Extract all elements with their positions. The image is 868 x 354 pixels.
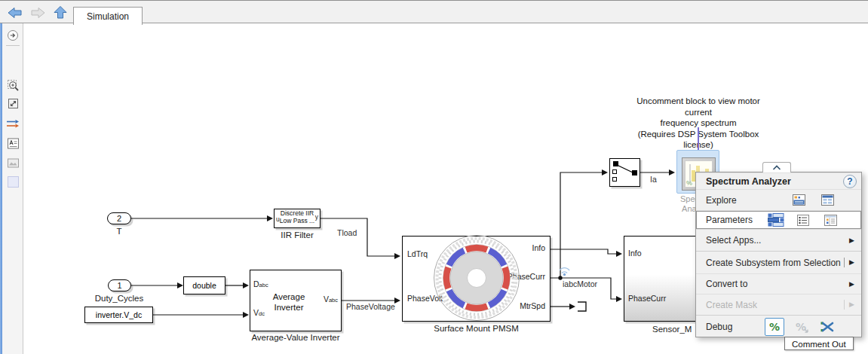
iir-port-u: u — [276, 216, 280, 223]
manual-switch-block[interactable] — [609, 158, 640, 187]
signal-label-phasevoltage: PhaseVoltage — [346, 302, 395, 311]
annotation-line2: frequency spectrum — [624, 117, 772, 129]
submenu-arrow-icon: ▶ — [844, 258, 857, 267]
annotation-line3: (Requires DSP System Toolbox license) — [624, 129, 772, 151]
submenu-arrow-icon: ▶ — [849, 280, 857, 288]
navigation-toolbar: Simulation — [0, 0, 868, 23]
inport-number: 2 — [117, 214, 121, 223]
comment-through-button[interactable] — [817, 318, 837, 336]
menu-item-debug[interactable]: Debug % % — [696, 315, 861, 337]
up-arrow-icon — [53, 5, 68, 20]
menu-item-convert-to[interactable]: Convert to ▶ — [696, 273, 861, 294]
highlight-box-button[interactable] — [5, 174, 21, 189]
circle-arrow-icon — [7, 29, 19, 41]
parameter-list-icon[interactable] — [795, 212, 811, 227]
back-button[interactable] — [5, 5, 25, 20]
fit-to-view-button[interactable] — [5, 96, 21, 111]
uncomment-button[interactable]: % — [791, 318, 811, 336]
tooltip-comment-out: Comment Out — [784, 337, 854, 350]
signal-logging-icon — [560, 268, 569, 273]
vdc-text: inverter.V_dc — [96, 310, 142, 319]
submenu-arrow-icon: ▶ — [844, 300, 857, 310]
hide-browser-button[interactable] — [5, 28, 21, 43]
vdc-constant-block[interactable]: inverter.V_dc — [84, 307, 153, 323]
sensor-port-info: Info — [628, 249, 642, 258]
up-to-parent-button[interactable] — [51, 5, 70, 20]
inverter-name2: Inverter — [250, 302, 327, 313]
sensor-label: Sensor_M — [652, 325, 692, 334]
menu-item-explore[interactable]: Explore — [696, 189, 861, 210]
inport-block-duty-cycles[interactable]: 1 — [108, 279, 131, 291]
duty-cycles-label: Duty_Cycles — [89, 294, 149, 303]
average-inverter-label: Average-Value Inverter — [250, 333, 342, 342]
annotation-line1: Uncomment block to view motor current — [624, 96, 772, 117]
toolstrip-parameters-icon[interactable] — [768, 212, 784, 227]
pmsm-label: Surface Mount PMSM — [402, 324, 551, 333]
signal-lines-button[interactable] — [5, 116, 21, 131]
sidebar-divider — [6, 45, 20, 46]
signal-label-ia: Ia — [650, 175, 657, 184]
signal-label-iabcmotor: iabcMotor — [563, 279, 597, 288]
iir-port-y: y — [315, 214, 318, 221]
zoom-to-region-button[interactable] — [5, 78, 21, 93]
switch-glyph — [610, 159, 639, 185]
inport-T-label: T — [112, 227, 127, 236]
pmsm-port-phasecurr: PhaseCurr — [508, 273, 545, 281]
model-explorer-icon[interactable] — [819, 193, 836, 208]
canvas-annotation[interactable]: Uncomment block to view motor current fr… — [624, 96, 772, 151]
iir-filter-block[interactable]: Discrete IIR Low Pass ... u y — [274, 209, 321, 228]
menu-item-select-apps[interactable]: Select Apps... ▶ — [696, 229, 861, 251]
inverter-port-dabc: Dabc — [253, 280, 268, 288]
double-text: double — [192, 281, 216, 290]
double-conversion-block[interactable]: double — [183, 276, 225, 294]
menu-collapse-button[interactable] — [762, 162, 791, 172]
inport-number: 1 — [117, 281, 121, 290]
image-icon — [7, 157, 20, 169]
fit-to-view-icon — [7, 97, 20, 110]
signal-label-tload: Tload — [337, 228, 357, 237]
pmsm-port-info: Info — [532, 244, 545, 252]
average-inverter-block[interactable]: Dabc Vdc Vabc Average Inverter — [250, 270, 342, 331]
annotation-button[interactable] — [5, 136, 21, 151]
inverter-name1: Average — [250, 291, 327, 302]
sensor-port-phasecurr: PhaseCurr — [628, 294, 666, 303]
forward-button[interactable] — [28, 5, 48, 20]
tab-label: Simulation — [87, 11, 129, 22]
forward-arrow-icon — [29, 6, 46, 20]
open-in-window-icon[interactable] — [790, 193, 807, 208]
box-icon — [8, 176, 19, 188]
pmsm-block[interactable]: LdTrq PhaseVolt Info PhaseCurr MtrSpd — [402, 236, 551, 322]
comment-through-icon — [820, 321, 834, 333]
tab-simulation[interactable]: Simulation — [73, 7, 143, 25]
zoom-region-icon — [7, 79, 20, 92]
viewmarks-button[interactable] — [5, 155, 21, 170]
pmsm-port-mtrspd: MtrSpd — [520, 302, 545, 310]
terminator-icon — [578, 302, 586, 311]
pmsm-port-phasevolt: PhaseVolt — [407, 294, 443, 303]
chevron-up-icon — [772, 165, 781, 170]
menu-item-create-subsystem[interactable]: Create Subsystem from Selection ▶ — [696, 251, 861, 273]
menu-item-parameters[interactable]: Parameters — [696, 210, 861, 229]
comment-out-button[interactable]: % — [765, 318, 784, 336]
comment-mark-icon: % — [686, 179, 692, 187]
iir-filter-label: IIR Filter — [274, 230, 321, 240]
annotation-icon — [7, 137, 20, 150]
comment-out-icon: % — [769, 321, 780, 333]
menu-header: Spectrum Analyzer ? — [696, 172, 861, 189]
context-menu: Spectrum Analyzer ? Explore — [695, 172, 862, 337]
block-dialog-icon[interactable] — [822, 212, 839, 227]
inport-block-T[interactable]: 2 — [107, 212, 131, 224]
submenu-arrow-icon: ▶ — [849, 237, 857, 244]
menu-title: Spectrum Analyzer — [706, 176, 791, 187]
back-arrow-icon — [7, 6, 23, 20]
iir-text2: Low Pass ... — [275, 218, 320, 225]
palette-sidebar — [2, 23, 23, 354]
pmsm-port-ldtrq: LdTrq — [407, 250, 428, 258]
help-icon[interactable]: ? — [843, 175, 857, 188]
dual-arrows-icon — [6, 119, 20, 129]
menu-item-create-mask: Create Mask ▶ — [696, 294, 861, 315]
